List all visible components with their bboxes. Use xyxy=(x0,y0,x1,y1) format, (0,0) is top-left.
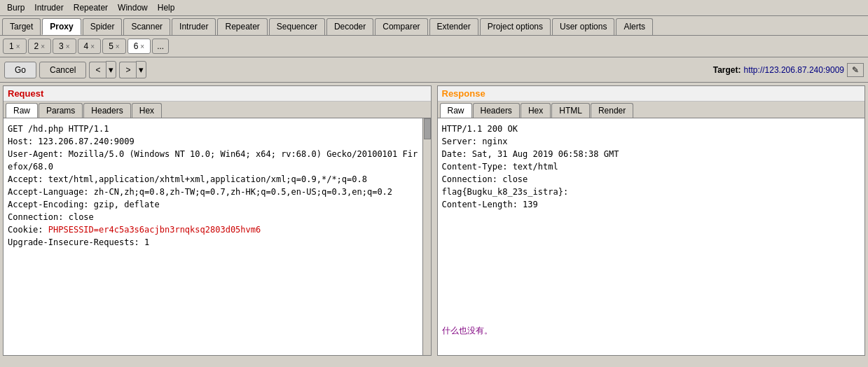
target-label: Target: xyxy=(713,65,741,75)
num-tab-4[interactable]: 4 × xyxy=(78,39,102,54)
response-content-area: HTTP/1.1 200 OK Server: nginx Date: Sat,… xyxy=(438,118,865,355)
menu-window[interactable]: Window xyxy=(113,1,152,14)
nav-next-button[interactable]: > xyxy=(119,62,136,78)
controls-row: Go Cancel < ▾ > ▾ Target: http://123.206… xyxy=(0,57,868,83)
nav-prev-group: < ▾ xyxy=(89,61,116,78)
tab-alerts[interactable]: Alerts xyxy=(616,18,653,35)
main-content: Request Raw Params Headers Hex GET /hd.p… xyxy=(0,83,868,359)
request-tab-raw[interactable]: Raw xyxy=(6,103,38,118)
response-tab-html[interactable]: HTML xyxy=(551,103,590,118)
tab-target[interactable]: Target xyxy=(2,18,41,35)
tab-scanner[interactable]: Scanner xyxy=(123,18,170,35)
response-tab-raw[interactable]: Raw xyxy=(440,103,472,118)
response-panel: Response Raw Headers Hex HTML Render HTT… xyxy=(437,85,866,356)
request-tab-hex[interactable]: Hex xyxy=(132,103,162,118)
target-url: http://123.206.87.240:9009 xyxy=(744,65,844,75)
more-tabs-button[interactable]: ... xyxy=(152,39,169,54)
response-sub-tabs: Raw Headers Hex HTML Render xyxy=(438,102,865,118)
menu-help[interactable]: Help xyxy=(153,1,179,14)
request-scrollbar-thumb[interactable] xyxy=(424,118,431,139)
request-sub-tabs: Raw Params Headers Hex xyxy=(4,102,431,118)
request-section-label: Request xyxy=(4,86,431,102)
tab-spider[interactable]: Spider xyxy=(83,18,123,35)
nav-next-group: > ▾ xyxy=(119,61,146,78)
main-tab-bar: Target Proxy Spider Scanner Intruder Rep… xyxy=(0,16,868,36)
cancel-button[interactable]: Cancel xyxy=(39,62,86,78)
num-tab-2[interactable]: 2 × xyxy=(28,39,52,54)
nav-next-dropdown-button[interactable]: ▾ xyxy=(136,61,146,78)
request-scrollbar[interactable] xyxy=(422,118,431,355)
menu-burp[interactable]: Burp xyxy=(3,1,29,14)
tab-proxy[interactable]: Proxy xyxy=(42,18,81,35)
response-text-area[interactable]: HTTP/1.1 200 OK Server: nginx Date: Sat,… xyxy=(438,118,865,355)
number-tab-bar: 1 × 2 × 3 × 4 × 5 × 6 × ... xyxy=(0,36,868,57)
close-tab-5-icon[interactable]: × xyxy=(116,43,120,50)
num-tab-3[interactable]: 3 × xyxy=(53,39,76,54)
close-tab-2-icon[interactable]: × xyxy=(41,43,45,50)
nav-prev-button[interactable]: < xyxy=(89,62,106,78)
tab-comparer[interactable]: Comparer xyxy=(375,18,427,35)
request-panel: Request Raw Params Headers Hex GET /hd.p… xyxy=(3,85,432,356)
request-tab-headers[interactable]: Headers xyxy=(83,103,130,118)
target-info: Target: http://123.206.87.240:9009 ✎ xyxy=(713,63,864,77)
request-body: GET /hd.php HTTP/1.1 Host: 123.206.87.24… xyxy=(4,118,422,253)
num-tab-1[interactable]: 1 × xyxy=(3,39,27,54)
tab-decoder[interactable]: Decoder xyxy=(326,18,373,35)
menu-repeater[interactable]: Repeater xyxy=(69,1,112,14)
request-text-area[interactable]: GET /hd.php HTTP/1.1 Host: 123.206.87.24… xyxy=(4,118,422,355)
request-tab-params[interactable]: Params xyxy=(39,103,83,118)
response-body: HTTP/1.1 200 OK Server: nginx Date: Sat,… xyxy=(438,118,865,355)
response-section-label: Response xyxy=(438,86,865,102)
go-button[interactable]: Go xyxy=(4,62,36,78)
tab-extender[interactable]: Extender xyxy=(429,18,478,35)
menu-bar: Burp Intruder Repeater Window Help xyxy=(0,0,868,16)
tab-repeater[interactable]: Repeater xyxy=(217,18,267,35)
response-tab-headers[interactable]: Headers xyxy=(473,103,520,118)
close-tab-4-icon[interactable]: × xyxy=(90,43,95,50)
edit-target-button[interactable]: ✎ xyxy=(847,63,864,77)
response-tab-render[interactable]: Render xyxy=(591,103,633,118)
tab-intruder[interactable]: Intruder xyxy=(172,18,216,35)
response-tab-hex[interactable]: Hex xyxy=(521,103,551,118)
request-content-area: GET /hd.php HTTP/1.1 Host: 123.206.87.24… xyxy=(4,118,431,355)
menu-intruder[interactable]: Intruder xyxy=(30,1,67,14)
nav-prev-dropdown-button[interactable]: ▾ xyxy=(106,61,116,78)
num-tab-5[interactable]: 5 × xyxy=(102,39,126,54)
tab-user-options[interactable]: User options xyxy=(552,18,614,35)
close-tab-1-icon[interactable]: × xyxy=(16,43,20,50)
close-tab-3-icon[interactable]: × xyxy=(66,43,70,50)
close-tab-6-icon[interactable]: × xyxy=(140,43,144,50)
tab-sequencer[interactable]: Sequencer xyxy=(269,18,325,35)
tab-project-options[interactable]: Project options xyxy=(480,18,551,35)
num-tab-6[interactable]: 6 × xyxy=(128,39,151,54)
